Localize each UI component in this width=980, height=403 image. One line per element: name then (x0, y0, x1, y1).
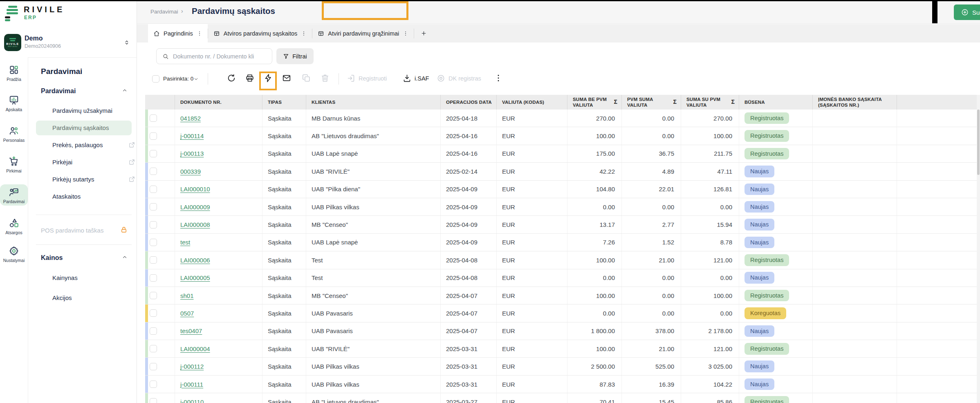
sigma-sum-icon[interactable]: Σ (614, 99, 617, 106)
tab-2[interactable]: Atviros pardavimų sąskaitos (208, 24, 312, 43)
column-header-klientas[interactable]: KLIENTAS (306, 95, 441, 110)
filter-button[interactable]: Filtrai (276, 48, 314, 64)
row-checkbox[interactable] (150, 345, 157, 352)
breadcrumb[interactable]: Pardavimai (150, 9, 178, 15)
document-link[interactable]: j-000113 (180, 150, 204, 157)
document-link[interactable]: j-000110 (180, 399, 204, 403)
sidebar-section-kainos[interactable]: Kainos (41, 254, 128, 262)
column-header-suma_su_pvm[interactable]: SUMA SU PVM VALIUTAΣ (681, 95, 739, 110)
column-header-busena[interactable]: BŪSENA (739, 95, 813, 110)
row-checkbox[interactable] (150, 398, 157, 403)
scrollbar-thumb[interactable] (977, 110, 980, 175)
row-checkbox[interactable] (150, 256, 157, 264)
column-header-pvm_suma[interactable]: PVM SUMA VALIUTAΣ (622, 95, 681, 110)
tab-menu-icon[interactable] (197, 30, 202, 37)
row-checkbox[interactable] (150, 363, 157, 370)
document-link[interactable]: LAI000010 (180, 186, 210, 193)
copy-button[interactable] (301, 73, 312, 85)
rail-item-atsargos[interactable]: Atsargos (0, 218, 28, 235)
row-checkbox[interactable] (150, 186, 157, 193)
brand-sub: ERP (24, 15, 37, 20)
row-checkbox[interactable] (150, 327, 157, 335)
brand-logo[interactable]: RIVILE ERP (5, 4, 87, 22)
document-link[interactable]: LAI000009 (180, 204, 210, 210)
column-header-valiuta[interactable]: VALIUTA (KODAS) (497, 95, 567, 110)
select-all-checkbox[interactable] (152, 75, 159, 83)
sigma-sum-icon[interactable]: Σ (731, 99, 735, 106)
sidebar-item[interactable]: Pirkėjai (52, 159, 128, 166)
rail-item-pardavimai[interactable]: Pardavimai (0, 187, 28, 204)
sidebar-item[interactable]: Prekės, paslaugos (52, 141, 128, 148)
company-switcher[interactable]: RIVILEERP demo Demo Demo20240906 (4, 34, 133, 53)
sigma-sum-icon[interactable]: Σ (673, 99, 677, 106)
toolbar-more-button[interactable] (493, 73, 504, 85)
row-checkbox[interactable] (150, 203, 157, 210)
cell-suma_be_pvm: 42.22 (567, 163, 622, 180)
row-checkbox[interactable] (150, 114, 157, 122)
tab-1[interactable]: Pagrindinis (148, 24, 208, 43)
column-header-tipas[interactable]: TIPAS (262, 95, 306, 110)
register-button[interactable]: Registruoti (347, 74, 387, 83)
document-link[interactable]: LAI000006 (180, 257, 210, 264)
tab-menu-icon[interactable] (301, 30, 307, 37)
rail-item-apskaita[interactable]: Apskaita (0, 95, 28, 112)
search-input[interactable] (173, 53, 267, 60)
rail-item-pradžia[interactable]: Pradžia (0, 65, 28, 82)
row-checkbox[interactable] (150, 292, 157, 299)
sidebar-item[interactable]: Pirkėjų sutartys (52, 176, 128, 183)
column-header-data[interactable]: OPERACIJOS DATA (441, 95, 497, 110)
column-header-suma_be_pvm[interactable]: SUMA BE PVM VALIUTAΣ (567, 95, 622, 110)
dk-register-button[interactable]: DK registras (437, 74, 481, 83)
sidebar-item[interactable]: Pardavimų sąskaitos (52, 124, 128, 131)
document-link[interactable]: j-000111 (180, 381, 203, 388)
document-link[interactable]: 041852 (180, 115, 201, 122)
gear-icon (9, 246, 19, 256)
document-link[interactable]: LAI000008 (180, 221, 210, 228)
sidebar-item[interactable]: Pardavimų užsakymai (52, 107, 128, 114)
sidebar-item[interactable]: Kainynas (52, 274, 128, 281)
sidebar-section-pardavimai[interactable]: Pardavimai (41, 87, 128, 95)
row-checkbox[interactable] (150, 168, 157, 175)
selected-count[interactable]: Pasirinkta: 0 (163, 76, 193, 82)
document-link[interactable]: tes0407 (180, 327, 202, 334)
rail-item-personalas[interactable]: Personalas (0, 125, 28, 143)
delete-button[interactable] (319, 73, 331, 85)
document-link[interactable]: 000339 (180, 168, 201, 175)
document-link[interactable]: 0507 (180, 310, 194, 317)
row-checkbox[interactable] (150, 150, 157, 157)
status-badge: Registruotas (745, 396, 789, 403)
row-checkbox[interactable] (150, 381, 157, 388)
sidebar-item[interactable]: Ataskaitos (52, 193, 128, 200)
tab-3[interactable]: Atviri pardavimų grąžinimai (312, 24, 414, 43)
create-button[interactable]: Sukurti (954, 4, 980, 20)
trash-icon (321, 74, 330, 84)
document-link[interactable]: LAI000004 (180, 345, 210, 352)
document-link[interactable]: sh01 (180, 292, 194, 299)
document-link[interactable]: test (180, 239, 190, 246)
updown-chevron-icon[interactable] (123, 38, 130, 47)
cell-tipas: Sąskaita (262, 304, 306, 322)
row-checkbox[interactable] (150, 132, 157, 140)
print-button[interactable] (244, 73, 256, 85)
column-header-bankas[interactable]: ĮMONĖS BANKO SĄSKAITA (SĄSKAITOS NR.) (813, 95, 897, 110)
document-link[interactable]: j-000112 (180, 363, 204, 370)
chevron-down-icon[interactable] (193, 76, 199, 82)
row-checkbox[interactable] (150, 274, 157, 282)
row-checkbox[interactable] (150, 309, 157, 317)
row-checkbox[interactable] (150, 221, 157, 228)
sidebar-item[interactable]: Akcijos (52, 294, 128, 301)
rail-item-nustatymai[interactable]: Nustatymai (0, 246, 28, 263)
toolbar-divider-2 (339, 73, 339, 85)
cell-doc: tes0407 (175, 322, 262, 340)
column-header-doc[interactable]: DOKUMENTO NR. (175, 95, 262, 110)
refresh-button[interactable] (226, 73, 237, 85)
row-checkbox[interactable] (150, 239, 157, 246)
email-button[interactable] (281, 73, 292, 85)
document-link[interactable]: j-000114 (180, 132, 204, 139)
tab-menu-icon[interactable] (403, 30, 408, 37)
quick-action-button[interactable] (262, 73, 274, 85)
isaf-button[interactable]: i.SAF (403, 74, 429, 83)
add-tab-button[interactable] (414, 24, 433, 43)
document-link[interactable]: LAI000005 (180, 274, 210, 281)
rail-item-pirkimai[interactable]: Pirkimai (0, 156, 28, 173)
